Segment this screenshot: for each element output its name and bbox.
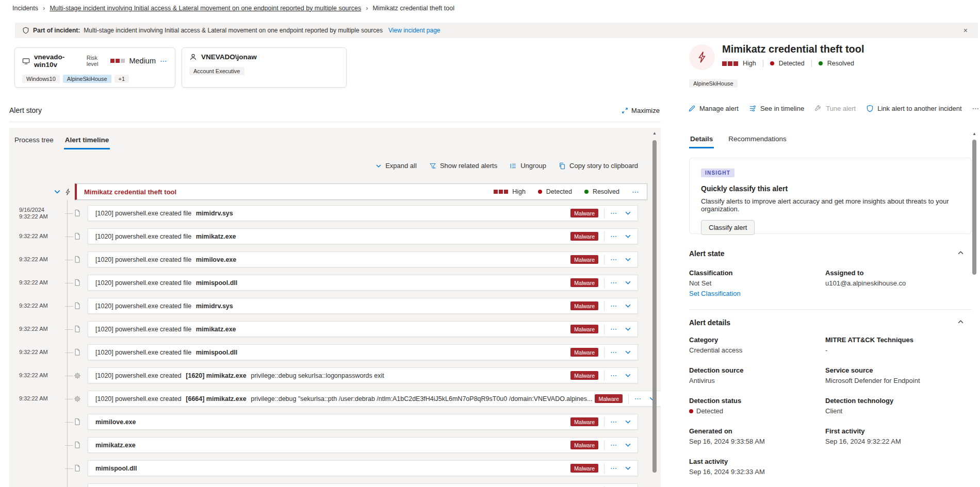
more-icon[interactable]: ⋯ — [160, 57, 168, 65]
scroll-up-icon[interactable]: ▲ — [971, 131, 978, 136]
classify-alert-button[interactable]: Classify alert — [701, 220, 755, 235]
timeline-event-card[interactable]: Malware ⋯ — [88, 483, 638, 487]
timeline-event-card[interactable]: mimikatz.exe Malware ⋯ — [88, 437, 638, 453]
chevron-down-icon[interactable] — [625, 349, 631, 356]
divider — [604, 231, 605, 242]
expand-all-button[interactable]: Expand all — [375, 162, 417, 170]
chevron-up-icon[interactable] — [957, 318, 964, 325]
chevron-collapse-icon[interactable] — [54, 188, 61, 195]
file-icon — [74, 256, 81, 263]
tab-process-tree[interactable]: Process tree — [13, 135, 55, 149]
chevron-down-icon[interactable] — [625, 442, 631, 448]
alert-detail-panel: Mimikatz credential theft tool High Dete… — [671, 31, 980, 487]
see-in-timeline-button[interactable]: See in timeline — [749, 105, 804, 112]
more-icon[interactable]: ⋯ — [634, 395, 642, 402]
timeline-event-card[interactable]: [1020] powershell.exe created file mimil… — [88, 251, 638, 267]
scroll-up-icon[interactable]: ▲ — [651, 131, 658, 136]
timeline-event-card[interactable]: [1020] powershell.exe created file mimid… — [88, 205, 638, 221]
timeline-event-card[interactable]: [1020] powershell.exe created file mimis… — [88, 275, 638, 291]
detail-field-value: Antivirus — [689, 377, 825, 384]
alert-group-header: Mimikatz credential theft tool High Dete… — [54, 183, 647, 200]
manage-alert-button[interactable]: Manage alert — [688, 105, 739, 112]
event-entity: mimispool.dll — [196, 279, 238, 287]
tab-details[interactable]: Details — [689, 134, 714, 148]
scrollbar-thumb[interactable] — [972, 140, 976, 275]
maximize-button[interactable]: Maximize — [622, 107, 660, 114]
scrollbar-thumb[interactable] — [652, 140, 657, 473]
ungroup-button[interactable]: Ungroup — [510, 162, 546, 170]
copy-story-button[interactable]: Copy story to clipboard — [559, 162, 638, 170]
alert-story-tabs: Process tree Alert timeline — [13, 135, 110, 149]
detail-panel-scrollbar[interactable]: ▲ — [971, 131, 978, 487]
chevron-down-icon[interactable] — [625, 233, 631, 240]
risk-level-squares — [110, 59, 125, 63]
timeline-event-card[interactable]: [1020] powershell.exe created [1620] mim… — [88, 367, 638, 383]
more-icon[interactable]: ⋯ — [610, 256, 617, 263]
classification-field: Classification Not Set Set Classificatio… — [689, 269, 825, 298]
device-tag-more[interactable]: +1 — [115, 75, 129, 83]
alert-story-panel: Process tree Alert timeline Expand all S… — [9, 128, 661, 487]
more-icon[interactable]: ⋯ — [610, 372, 617, 379]
breadcrumb-incidents[interactable]: Incidents — [12, 5, 38, 12]
timeline-event-card[interactable]: [1020] powershell.exe created file mimid… — [88, 298, 638, 314]
divider — [604, 417, 605, 427]
chevron-up-icon[interactable] — [957, 249, 964, 256]
detail-field: First activity Sep 16, 2024 9:32:22 AM — [825, 427, 972, 445]
more-icon[interactable]: ⋯ — [972, 104, 980, 112]
timeline-event-card[interactable]: [1020] powershell.exe created [6664] mim… — [88, 391, 661, 407]
more-icon[interactable]: ⋯ — [632, 188, 640, 196]
alert-avatar — [689, 44, 715, 70]
timeline-event-card[interactable]: [1020] powershell.exe created file mimik… — [88, 228, 638, 244]
filter-icon — [429, 162, 436, 170]
more-icon[interactable]: ⋯ — [610, 418, 617, 426]
timeline-rows: 9/16/2024 9:32:22 AM [1020] powershell.e… — [14, 205, 638, 487]
timeline-scrollbar[interactable]: ▲ — [651, 131, 658, 484]
tune-alert-button[interactable]: Tune alert — [814, 105, 856, 112]
resolved-dot — [584, 190, 589, 194]
more-icon[interactable]: ⋯ — [610, 325, 617, 333]
chevron-down-icon[interactable] — [625, 465, 631, 472]
device-card[interactable]: vnevado-win10v Risk level Medium ⋯ Windo… — [14, 47, 175, 88]
alert-state-heading: Alert state — [689, 249, 724, 258]
set-classification-link[interactable]: Set Classification — [689, 290, 741, 297]
risk-level-value: Medium — [129, 57, 156, 65]
chevron-down-icon[interactable] — [625, 279, 631, 286]
link-alert-button[interactable]: Link alert to another incident — [866, 105, 961, 112]
more-icon[interactable]: ⋯ — [610, 279, 617, 287]
timeline-event-card[interactable]: [1020] powershell.exe created file mimis… — [88, 344, 638, 360]
more-icon[interactable]: ⋯ — [610, 302, 617, 310]
detail-field-label: Detection technology — [825, 397, 972, 405]
event-text: [1020] powershell.exe created file mimik… — [95, 233, 570, 240]
file-icon — [74, 232, 81, 240]
severity-label: High — [743, 60, 756, 67]
view-incident-page-link[interactable]: View incident page — [388, 27, 440, 34]
more-icon[interactable]: ⋯ — [610, 232, 617, 240]
event-entity: mimidrv.sys — [196, 210, 233, 217]
event-entity: mimilove.exe — [196, 256, 237, 263]
event-text: mimispool.dll — [95, 465, 570, 472]
timeline-event-card[interactable]: [1020] powershell.exe created file mimik… — [88, 321, 638, 337]
breadcrumb-incident-name[interactable]: Multi-stage incident involving Initial a… — [50, 5, 361, 12]
tab-recommendations[interactable]: Recommendations — [727, 134, 788, 148]
show-related-alerts-button[interactable]: Show related alerts — [429, 162, 497, 170]
more-icon[interactable]: ⋯ — [610, 348, 617, 356]
user-role-tag: Account Executive — [189, 67, 244, 75]
tab-alert-timeline[interactable]: Alert timeline — [64, 135, 110, 149]
timeline-event-card[interactable]: mimispool.dll Malware ⋯ — [88, 460, 638, 476]
timeline-icon — [749, 105, 757, 112]
more-icon[interactable]: ⋯ — [610, 464, 617, 472]
more-icon[interactable]: ⋯ — [610, 209, 617, 217]
user-card[interactable]: VNEVADO\jonaw Account Executive — [182, 47, 347, 88]
more-icon[interactable]: ⋯ — [610, 441, 617, 449]
timeline-event-card[interactable]: mimilove.exe Malware ⋯ — [88, 414, 638, 430]
timestamp-time: 9:32:22 AM — [19, 279, 63, 286]
chevron-down-icon[interactable] — [625, 210, 631, 216]
divider — [628, 394, 629, 404]
chevron-down-icon[interactable] — [625, 256, 631, 263]
alert-group-row[interactable]: Mimikatz credential theft tool High Dete… — [75, 183, 647, 200]
timeline-row: 9:32:22 AM [1020] powershell.exe created… — [14, 391, 638, 407]
chevron-down-icon[interactable] — [625, 372, 631, 379]
chevron-down-icon[interactable] — [625, 326, 631, 332]
chevron-down-icon[interactable] — [625, 418, 631, 425]
chevron-down-icon[interactable] — [625, 303, 631, 309]
